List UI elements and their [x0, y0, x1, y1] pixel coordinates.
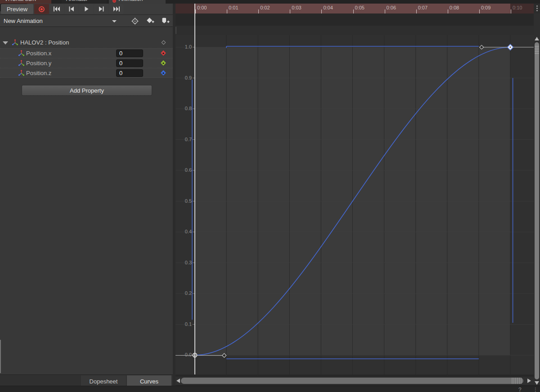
ruler-tick [227, 9, 227, 13]
play-button[interactable] [79, 4, 94, 14]
clip-selector-dropdown[interactable]: New Animation [0, 15, 121, 27]
goto-last-key-button[interactable] [109, 4, 123, 14]
tab-curves[interactable]: Curves [127, 375, 171, 386]
property-label: Position.x [26, 50, 51, 57]
playback-toolbar: Preview [0, 4, 173, 15]
record-dot-icon [112, 0, 116, 3]
curve-canvas[interactable] [176, 35, 534, 374]
ruler-tick-label: 0:04 [323, 5, 333, 10]
add-property-button[interactable]: Add Property [22, 85, 152, 96]
transform-icon [12, 39, 18, 46]
keyframe-end-dot [510, 47, 511, 48]
position-y-value-field[interactable]: 0 [116, 59, 143, 67]
foldout-caret-icon[interactable] [3, 41, 8, 45]
filter-by-selection-button[interactable] [128, 16, 142, 27]
add-keyframe-icon [146, 18, 154, 25]
property-row-position-y[interactable]: Position.y 0 [0, 58, 173, 68]
record-button[interactable] [34, 4, 49, 14]
next-key-button[interactable] [94, 4, 108, 14]
ruler-tick [448, 9, 448, 13]
ruler-tick-label: 0:00 [197, 5, 207, 10]
ruler-tick [195, 9, 196, 13]
transform-icon [18, 50, 25, 57]
time-range-thumb[interactable] [176, 27, 176, 34]
clip-range-highlight [194, 4, 510, 13]
ruler-tick-label: 0:09 [481, 5, 490, 10]
add-keyframe-button[interactable] [143, 16, 157, 27]
scroll-up-arrow-icon[interactable] [535, 37, 539, 40]
add-event-icon [161, 18, 170, 25]
previous-key-button[interactable] [64, 4, 79, 14]
value-axis-label: 0.2 [176, 290, 192, 296]
keyframe-diamond-green-icon[interactable] [161, 60, 166, 65]
window-menu[interactable] [534, 4, 540, 13]
keyframe-diamond-red-icon[interactable] [161, 50, 166, 55]
ruler-tick [385, 9, 385, 13]
clip-toolbar: New Animation [0, 15, 173, 27]
tab-animator[interactable]: Animator [62, 0, 107, 4]
property-label: Position.z [26, 70, 51, 76]
clip-selector-value: New Animation [4, 18, 43, 24]
ruler-tick [258, 9, 259, 13]
status-glyph: ? [518, 387, 522, 392]
value-axis-label: 0.0 [176, 352, 192, 357]
value-axis-label: 0.1 [176, 321, 192, 327]
tab-animation[interactable]: Animation [109, 0, 166, 4]
preview-button[interactable]: Preview [1, 4, 33, 14]
value-axis-label: 0.8 [176, 106, 192, 111]
value-axis-label: 0.9 [176, 75, 192, 80]
ruler-tick [479, 9, 480, 13]
add-event-button[interactable] [158, 16, 172, 27]
panel-resize-handle[interactable] [0, 340, 1, 373]
tab-dopesheet[interactable]: Dopesheet [81, 375, 126, 386]
scroll-left-arrow-icon[interactable] [176, 379, 180, 383]
ruler-lower-band [176, 13, 534, 26]
curve-editor-region: 0:000:010:020:030:040:050:060:070:080:09… [176, 4, 540, 386]
ruler-tick-label: 0:02 [260, 5, 270, 10]
scroll-down-arrow-icon[interactable] [535, 381, 539, 385]
skip-end-icon [113, 6, 120, 12]
animation-window: VRChat SDK Animator Animation Preview [0, 0, 540, 392]
position-x-value-field[interactable]: 0 [116, 49, 143, 57]
previous-key-icon [68, 6, 75, 12]
next-key-icon [98, 6, 104, 12]
goto-first-key-button[interactable] [50, 4, 64, 14]
ruler-tick [416, 9, 417, 13]
skip-start-icon [54, 6, 60, 12]
property-label: Position.y [26, 60, 51, 67]
property-row-position-z[interactable]: Position.z 0 [0, 68, 173, 78]
ruler-tick-label: 0:05 [355, 5, 364, 10]
ruler-tick-label: 0:08 [450, 5, 459, 10]
group-keyframe-diamond-icon[interactable] [162, 40, 166, 45]
crosshair-icon [131, 17, 139, 25]
value-axis-label: 0.5 [176, 198, 192, 204]
horizontal-scrollbar[interactable] [176, 377, 534, 385]
vertical-scrollbar-thumb[interactable] [535, 42, 539, 379]
tab-vrchat-sdk[interactable]: VRChat SDK [0, 0, 51, 4]
editor-tab-strip: VRChat SDK Animator Animation [0, 0, 540, 4]
value-axis-label: 0.7 [176, 137, 192, 142]
horizontal-scrollbar-thumb[interactable] [181, 378, 523, 384]
position-z-value-field[interactable]: 0 [116, 69, 143, 77]
tab-animator-label: Animator [66, 0, 88, 2]
kebab-menu-icon [536, 5, 538, 13]
playhead-line[interactable] [194, 4, 195, 374]
keyframe-diamond-blue-icon[interactable] [161, 70, 166, 75]
ruler-tick-label: 0:10 [513, 5, 522, 10]
mode-tab-bar: Dopesheet Curves [0, 374, 173, 386]
property-row-position-x[interactable]: Position.x 0 [0, 48, 173, 58]
play-icon [83, 6, 90, 12]
property-group-header[interactable]: HALOV2 : Position [0, 38, 173, 48]
value-axis-label: 0.3 [176, 260, 192, 265]
ruler-tick-label: 0:03 [292, 5, 301, 10]
curve-plot-area[interactable]: 1.00.90.80.70.60.50.40.30.20.10.0 [176, 35, 534, 374]
time-range-slider[interactable] [176, 26, 534, 35]
ruler-tick [353, 9, 354, 13]
scroll-right-arrow-icon[interactable] [527, 379, 531, 383]
time-ruler[interactable]: 0:000:010:020:030:040:050:060:070:080:09… [176, 4, 534, 13]
value-axis-label: 1.0 [176, 44, 192, 49]
vertical-scrollbar[interactable] [534, 13, 540, 385]
value-axis-label: 0.6 [176, 167, 192, 173]
tab-vrchat-sdk-label: VRChat SDK [4, 0, 36, 2]
status-strip: ? ⋮ [0, 386, 540, 392]
